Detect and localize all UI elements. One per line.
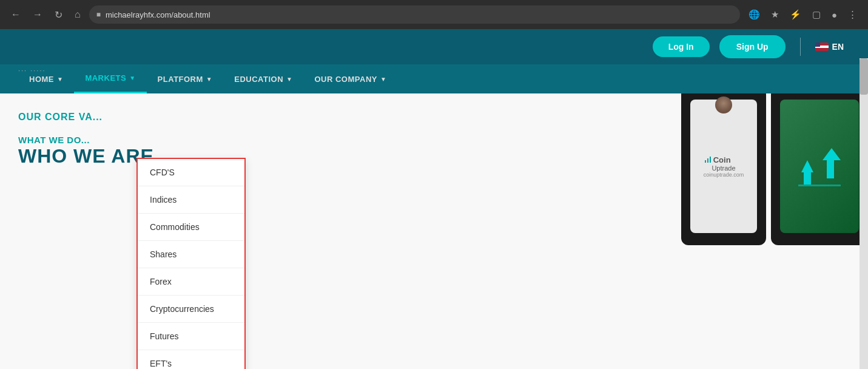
profile-icon[interactable]: ● bbox=[828, 7, 841, 22]
nav-markets-label: MARKETS bbox=[85, 73, 126, 83]
svg-rect-4 bbox=[804, 172, 811, 184]
nav-platform[interactable]: PLATFORM ▼ bbox=[147, 64, 224, 93]
url-text: michaelrayhfx.com/about.html bbox=[106, 10, 733, 19]
bookmark-icon[interactable]: ★ bbox=[767, 7, 782, 22]
dropdown-item-cryptocurrencies[interactable]: Cryptocurrencies bbox=[138, 296, 244, 323]
lang-selector[interactable]: EN bbox=[815, 42, 844, 52]
nav-our-company-label: OUR COMPANY bbox=[314, 75, 377, 84]
coin-logo: Coin Uptrade coinuptrade.com bbox=[704, 155, 744, 178]
markets-dropdown: CFD'S Indices Commodities Shares Forex C… bbox=[136, 158, 246, 369]
avatar bbox=[715, 96, 732, 113]
back-button[interactable]: ← bbox=[7, 7, 24, 22]
nav-markets[interactable]: MARKETS ▼ bbox=[74, 64, 146, 93]
nav-education-chevron: ▼ bbox=[286, 76, 292, 83]
dropdown-item-futures[interactable]: Futures bbox=[138, 323, 244, 350]
our-core-values-label: OUR CORE VA... bbox=[18, 112, 358, 123]
browser-actions: 🌐 ★ ⚡ ▢ ● ⋮ bbox=[745, 7, 861, 22]
dropdown-item-shares[interactable]: Shares bbox=[138, 241, 244, 268]
security-icon: ■ bbox=[96, 10, 101, 19]
nav-home-chevron: ▼ bbox=[57, 76, 63, 83]
nav-our-company-chevron: ▼ bbox=[380, 76, 386, 83]
svg-rect-2 bbox=[710, 157, 711, 163]
flag-icon bbox=[815, 42, 829, 51]
nav-platform-chevron: ▼ bbox=[206, 76, 212, 83]
nav-platform-label: PLATFORM bbox=[158, 75, 203, 84]
what-we-do-label: WHAT WE DO... bbox=[18, 135, 358, 145]
phone-screen-1: Coin Uptrade coinuptrade.com bbox=[690, 100, 757, 233]
svg-rect-6 bbox=[827, 160, 834, 178]
svg-rect-0 bbox=[705, 160, 706, 163]
website: ··· ····· Log In Sign Up EN HOME ▼ MARKE… bbox=[0, 29, 868, 369]
refresh-button[interactable]: ↻ bbox=[51, 7, 66, 23]
forward-button[interactable]: → bbox=[29, 7, 46, 22]
main-content: Home OUR CORE VA... WHAT WE DO... WHO WE… bbox=[0, 93, 868, 369]
nav-education-label: EDUCATION bbox=[234, 75, 283, 84]
svg-rect-7 bbox=[798, 184, 841, 186]
dropdown-item-forex[interactable]: Forex bbox=[138, 268, 244, 296]
split-view-icon[interactable]: ▢ bbox=[809, 7, 824, 22]
dropdown-menu-box: CFD'S Indices Commodities Shares Forex C… bbox=[136, 158, 246, 369]
browser-chrome: ← → ↻ ⌂ ■ michaelrayhfx.com/about.html 🌐… bbox=[0, 0, 868, 29]
login-button[interactable]: Log In bbox=[653, 36, 710, 57]
svg-marker-5 bbox=[823, 148, 841, 160]
dropdown-item-cfds[interactable]: CFD'S bbox=[138, 159, 244, 186]
dropdown-item-indices[interactable]: Indices bbox=[138, 186, 244, 214]
dropdown-item-efts[interactable]: EFT's bbox=[138, 350, 244, 369]
lang-label: EN bbox=[832, 42, 844, 52]
nav-our-company[interactable]: OUR COMPANY ▼ bbox=[303, 64, 397, 93]
chart-icon bbox=[795, 142, 844, 191]
chart-image bbox=[771, 93, 868, 245]
dropdown-item-commodities[interactable]: Commodities bbox=[138, 214, 244, 241]
svg-marker-3 bbox=[801, 160, 813, 172]
top-header: ··· ····· Log In Sign Up EN bbox=[0, 29, 868, 64]
scrollbar-track bbox=[860, 58, 868, 369]
lang-divider bbox=[800, 38, 801, 56]
chart-bg bbox=[780, 100, 859, 233]
nav-home[interactable]: HOME ▼ bbox=[18, 64, 74, 93]
nav-education[interactable]: EDUCATION ▼ bbox=[223, 64, 303, 93]
home-button[interactable]: ⌂ bbox=[71, 7, 84, 22]
scrollbar-thumb[interactable] bbox=[860, 58, 868, 95]
right-images: Coin Uptrade coinuptrade.com bbox=[681, 93, 868, 245]
extensions-icon[interactable]: ⚡ bbox=[786, 7, 805, 22]
phone-image-1: Coin Uptrade coinuptrade.com bbox=[681, 93, 766, 245]
nav-home-label: HOME bbox=[29, 75, 54, 84]
translate-icon[interactable]: 🌐 bbox=[745, 7, 764, 22]
address-bar[interactable]: ■ michaelrayhfx.com/about.html bbox=[89, 5, 740, 24]
svg-rect-1 bbox=[707, 158, 708, 163]
main-nav: HOME ▼ MARKETS ▼ PLATFORM ▼ EDUCATION ▼ … bbox=[0, 64, 868, 93]
menu-icon[interactable]: ⋮ bbox=[844, 7, 861, 22]
signup-button[interactable]: Sign Up bbox=[719, 35, 786, 58]
nav-markets-chevron: ▼ bbox=[129, 75, 135, 81]
